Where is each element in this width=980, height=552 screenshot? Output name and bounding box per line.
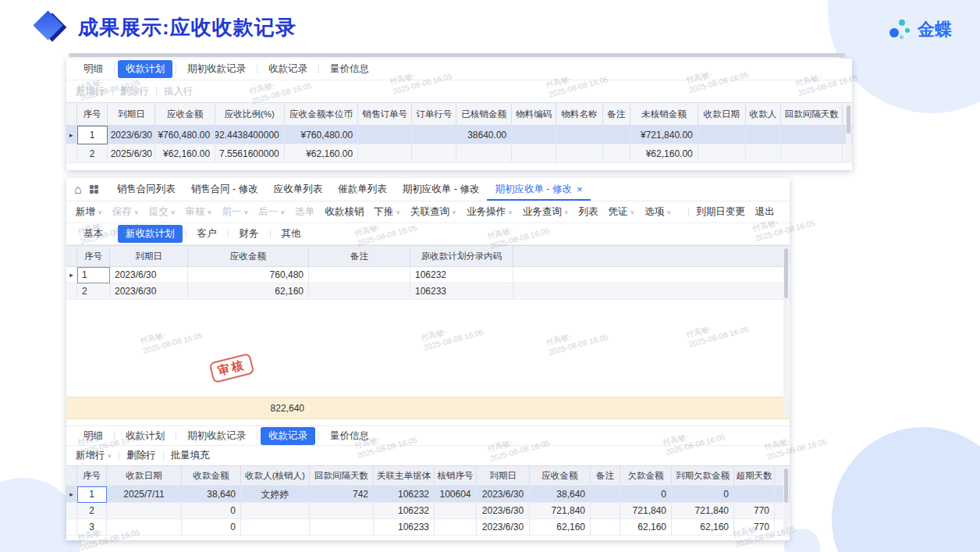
- column-header[interactable]: 关联主单据体: [374, 465, 435, 486]
- table-cell[interactable]: [310, 503, 374, 519]
- table-cell[interactable]: 1: [77, 486, 107, 503]
- column-header[interactable]: 应收金额: [188, 245, 309, 267]
- column-header[interactable]: 销售订单号: [358, 102, 412, 126]
- table-cell[interactable]: 721,840: [530, 503, 591, 519]
- column-header[interactable]: 序号: [77, 245, 110, 267]
- column-header[interactable]: 应收金额本位币: [285, 102, 358, 126]
- column-header[interactable]: 收款日期: [698, 102, 746, 126]
- table-cell[interactable]: 2023/6/30: [110, 283, 188, 300]
- tab-item[interactable]: 期初应收单 - 修改: [395, 178, 488, 201]
- table-cell[interactable]: 38,640: [530, 486, 591, 503]
- tab-item[interactable]: 客户: [190, 225, 225, 243]
- table-cell[interactable]: [746, 144, 781, 163]
- table-cell[interactable]: ¥62,160.00: [285, 144, 358, 163]
- table-cell[interactable]: [435, 519, 477, 536]
- table-cell[interactable]: 106233: [410, 283, 513, 300]
- tab-item[interactable]: 销售合同列表: [109, 178, 183, 201]
- table-cell[interactable]: 2: [77, 503, 107, 519]
- table-cell[interactable]: 3: [77, 519, 107, 536]
- column-header[interactable]: 收款人(核销人): [241, 465, 310, 486]
- table-cell[interactable]: [456, 144, 512, 163]
- table-cell[interactable]: [781, 144, 843, 163]
- column-header[interactable]: 到期日: [108, 102, 155, 126]
- column-header[interactable]: 收款金额: [182, 465, 241, 486]
- table-row[interactable]: 22025/6/30¥62,160.007.5561600000¥62,160.…: [66, 144, 852, 163]
- table-cell[interactable]: [603, 126, 631, 144]
- toolbar-button[interactable]: 凭证∨: [609, 205, 635, 219]
- column-header[interactable]: 回款间隔天数: [781, 102, 843, 126]
- table-cell[interactable]: [241, 503, 310, 519]
- table-cell[interactable]: 7.5561600000: [215, 144, 285, 163]
- tab-item[interactable]: 期初收款记录: [179, 427, 254, 445]
- home-icon[interactable]: ⌂: [74, 183, 82, 197]
- toolbar-button[interactable]: 后一∨: [258, 205, 285, 219]
- table-cell[interactable]: 2: [77, 283, 110, 300]
- table-cell[interactable]: [556, 144, 602, 163]
- toolbar-button[interactable]: 到期日变更: [696, 205, 745, 219]
- toolbar-button[interactable]: 列表: [579, 205, 598, 219]
- column-header[interactable]: 到期日: [110, 245, 188, 267]
- tab-item[interactable]: 收款记录: [261, 427, 315, 445]
- table-cell[interactable]: [310, 519, 374, 536]
- column-header[interactable]: 收款人: [746, 102, 781, 126]
- table-cell[interactable]: 760,480: [188, 267, 309, 283]
- table-cell[interactable]: [107, 519, 182, 536]
- toolbar-button[interactable]: 关联查询∨: [410, 205, 456, 219]
- table-cell[interactable]: 2023/6/30: [477, 503, 530, 519]
- table-cell[interactable]: 770: [734, 503, 775, 519]
- table-cell[interactable]: 62,160: [672, 519, 734, 536]
- vertical-scrollbar[interactable]: [783, 247, 789, 417]
- column-header[interactable]: 欠款金额: [620, 465, 672, 486]
- close-icon[interactable]: ×: [577, 184, 583, 194]
- tab-item[interactable]: 量价信息: [322, 60, 377, 78]
- vertical-scrollbar[interactable]: [783, 467, 789, 537]
- column-header[interactable]: 序号: [77, 102, 108, 126]
- table-row[interactable]: 201062322023/6/30721,840721,840721,84077…: [66, 503, 790, 519]
- table-cell[interactable]: [734, 486, 775, 503]
- table-cell[interactable]: ¥62,160.00: [155, 144, 215, 163]
- toolbar-button[interactable]: 审核∨: [186, 205, 212, 219]
- toolbar-button[interactable]: 新增行: [76, 85, 105, 98]
- table-cell[interactable]: [309, 283, 410, 300]
- table-cell[interactable]: 62,160: [620, 519, 672, 536]
- horizontal-scrollbar[interactable]: [69, 53, 845, 57]
- table-cell[interactable]: 742: [310, 486, 374, 503]
- toolbar-button[interactable]: 删除行: [126, 449, 156, 462]
- table-cell[interactable]: 62,160: [188, 283, 309, 300]
- column-header[interactable]: 订单行号: [412, 102, 456, 126]
- toolbar-button[interactable]: 保存∨: [112, 205, 139, 219]
- table-cell[interactable]: 0: [182, 519, 241, 536]
- table-cell[interactable]: 1: [77, 267, 110, 283]
- table-cell[interactable]: [781, 126, 843, 144]
- toolbar-button[interactable]: 选单: [295, 205, 314, 219]
- column-header[interactable]: 序号: [77, 465, 107, 486]
- table-cell[interactable]: 62,160: [530, 519, 591, 536]
- table-cell[interactable]: [698, 126, 746, 144]
- table-cell[interactable]: [107, 503, 182, 519]
- table-cell[interactable]: 106232: [374, 503, 435, 519]
- table-cell[interactable]: 2025/7/11: [107, 486, 182, 503]
- column-header[interactable]: 应收比例(%): [215, 102, 285, 126]
- column-header[interactable]: 回款间隔天数: [310, 465, 374, 486]
- table-row[interactable]: 301062332023/6/3062,16062,16062,160770: [66, 519, 790, 536]
- tab-item[interactable]: 销售合同 - 修改: [183, 178, 266, 201]
- table-cell[interactable]: [241, 519, 310, 536]
- scrollbar-thumb[interactable]: [847, 105, 850, 134]
- table-row[interactable]: ▸12023/6/30760,480106232: [66, 267, 790, 283]
- table-cell[interactable]: [603, 144, 631, 163]
- table-cell[interactable]: [591, 519, 620, 536]
- table-cell[interactable]: [746, 126, 781, 144]
- tab-item[interactable]: 催款单列表: [330, 178, 395, 201]
- tab-item[interactable]: 量价信息: [322, 427, 377, 445]
- table-row[interactable]: ▸12023/6/30¥760,480.0092.4438400000¥760,…: [66, 126, 852, 144]
- toolbar-button[interactable]: 插入行: [164, 85, 194, 98]
- table-cell[interactable]: ¥760,480.00: [155, 126, 215, 144]
- column-header[interactable]: 核销序号: [435, 465, 477, 486]
- table-cell[interactable]: [358, 126, 412, 144]
- column-header[interactable]: 超期天数: [734, 465, 775, 486]
- vertical-scrollbar[interactable]: [846, 104, 851, 163]
- tab-item[interactable]: 期初收款记录: [179, 60, 254, 78]
- column-header[interactable]: 原收款计划分录内码: [410, 245, 513, 267]
- tab-item[interactable]: 其他: [274, 225, 309, 243]
- toolbar-button[interactable]: 业务查询∨: [523, 205, 569, 219]
